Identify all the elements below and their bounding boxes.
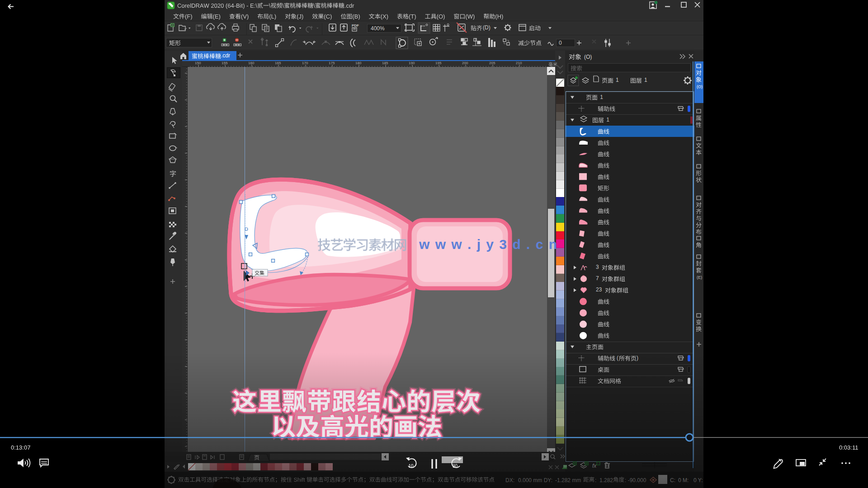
svg-text:10: 10 [409, 464, 414, 469]
svg-text:30: 30 [453, 464, 458, 469]
